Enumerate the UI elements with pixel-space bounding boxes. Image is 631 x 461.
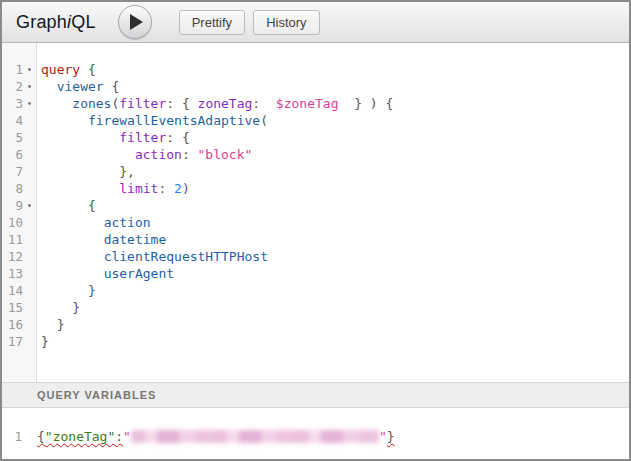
gutter-line: 7 bbox=[2, 163, 36, 180]
gutter-line: 9▾ bbox=[2, 197, 36, 214]
token-punc: : bbox=[182, 147, 190, 162]
token-str: " bbox=[123, 429, 131, 444]
redacted-zone-tag-value bbox=[131, 430, 379, 443]
code-line: filter: { bbox=[41, 129, 629, 146]
code-line: clientRequestHTTPHost bbox=[41, 248, 629, 265]
query-variables-header[interactable]: QUERY VARIABLES bbox=[2, 382, 629, 408]
token-punc: { bbox=[88, 198, 96, 213]
variables-code[interactable]: {"zoneTag":""} bbox=[30, 408, 629, 459]
line-number: 17 bbox=[2, 333, 23, 350]
code-line: { bbox=[41, 197, 629, 214]
line-number: 4 bbox=[2, 112, 23, 129]
code-line: }, bbox=[41, 163, 629, 180]
token-attr: zoneTag bbox=[198, 96, 253, 111]
line-number: 1 bbox=[2, 428, 22, 445]
token-punc: } bbox=[72, 300, 80, 315]
token-text bbox=[41, 232, 104, 247]
token-prop: viewer bbox=[57, 79, 104, 94]
line-number: 9 bbox=[2, 197, 23, 214]
gutter-line: 2▾ bbox=[2, 78, 36, 95]
token-prop: action bbox=[104, 215, 151, 230]
token-text bbox=[80, 62, 88, 77]
line-number: 16 bbox=[2, 316, 23, 333]
token-text bbox=[41, 181, 119, 196]
token-num: 2 bbox=[174, 181, 182, 196]
code-line: zones(filter: { zoneTag: $zoneTag } ) { bbox=[41, 95, 629, 112]
fold-arrow-icon[interactable]: ▾ bbox=[23, 95, 36, 112]
token-text bbox=[41, 300, 72, 315]
token-str: "block" bbox=[198, 147, 253, 162]
line-number: 3 bbox=[2, 95, 23, 112]
code-line: viewer { bbox=[41, 78, 629, 95]
variables-gutter: 1 bbox=[2, 408, 30, 459]
gutter-line: 1▾ bbox=[2, 61, 36, 78]
fold-arrow-icon[interactable]: ▾ bbox=[23, 78, 36, 95]
execute-query-button[interactable] bbox=[118, 5, 152, 39]
token-kw: query bbox=[41, 62, 80, 77]
token-punc: { bbox=[182, 96, 190, 111]
token-var: $zoneTag bbox=[276, 96, 339, 111]
toolbar: GraphiQL Prettify History bbox=[2, 2, 629, 43]
graphiql-logo: GraphiQL bbox=[16, 12, 96, 33]
history-button[interactable]: History bbox=[253, 10, 319, 35]
token-text bbox=[41, 249, 104, 264]
variables-editor[interactable]: 1 {"zoneTag":""} bbox=[2, 408, 629, 459]
token-text bbox=[41, 96, 72, 111]
token-text bbox=[190, 96, 198, 111]
gutter-line: 5 bbox=[2, 129, 36, 146]
token-punc: { bbox=[88, 62, 96, 77]
token-text bbox=[41, 266, 104, 281]
token-prop: userAgent bbox=[104, 266, 174, 281]
token-punc: : bbox=[252, 96, 260, 111]
token-text bbox=[166, 181, 174, 196]
line-number: 8 bbox=[2, 180, 23, 197]
gutter-line: 10 bbox=[2, 214, 36, 231]
token-text bbox=[41, 283, 88, 298]
token-punc: } bbox=[57, 317, 65, 332]
token-text bbox=[41, 198, 88, 213]
token-str: " bbox=[379, 429, 387, 444]
token-attr: filter bbox=[119, 96, 166, 111]
token-text bbox=[41, 164, 119, 179]
line-number: 13 bbox=[2, 265, 23, 282]
logo-text-ql: QL bbox=[71, 12, 95, 32]
token-attr: action bbox=[135, 147, 182, 162]
token-punc: } bbox=[354, 96, 362, 111]
token-punc: : bbox=[166, 96, 174, 111]
gutter-line: 4 bbox=[2, 112, 36, 129]
code-line: datetime bbox=[41, 231, 629, 248]
code-line: } bbox=[41, 333, 629, 350]
code-line: firewallEventsAdaptive( bbox=[41, 112, 629, 129]
token-attr: limit bbox=[119, 181, 158, 196]
line-number: 12 bbox=[2, 248, 23, 265]
token-prop: clientRequestHTTPHost bbox=[104, 249, 268, 264]
code-line: } bbox=[41, 299, 629, 316]
token-punc: { bbox=[111, 79, 119, 94]
line-number: 14 bbox=[2, 282, 23, 299]
prettify-button[interactable]: Prettify bbox=[179, 10, 245, 35]
fold-arrow-icon[interactable]: ▾ bbox=[23, 197, 36, 214]
code-line: } bbox=[41, 282, 629, 299]
token-text bbox=[41, 147, 135, 162]
code-line: userAgent bbox=[41, 265, 629, 282]
token-attr: filter bbox=[119, 130, 166, 145]
query-editor[interactable]: 1▾2▾3▾456789▾1011121314151617 query { vi… bbox=[2, 43, 629, 382]
token-text bbox=[190, 147, 198, 162]
token-prop: datetime bbox=[104, 232, 167, 247]
code-line: action bbox=[41, 214, 629, 231]
line-number: 10 bbox=[2, 214, 23, 231]
fold-arrow-icon[interactable]: ▾ bbox=[23, 61, 36, 78]
gutter-line: 13 bbox=[2, 265, 36, 282]
token-punc: }, bbox=[119, 164, 135, 179]
query-variables-title: QUERY VARIABLES bbox=[37, 389, 156, 401]
line-number: 6 bbox=[2, 146, 23, 163]
code-line: action: "block" bbox=[41, 146, 629, 163]
gutter-line: 6 bbox=[2, 146, 36, 163]
token-text bbox=[41, 79, 57, 94]
query-code[interactable]: query { viewer { zones(filter: { zoneTag… bbox=[37, 43, 629, 382]
token-prop: firewallEventsAdaptive bbox=[88, 113, 260, 128]
gutter-line: 16 bbox=[2, 316, 36, 333]
line-number: 11 bbox=[2, 231, 23, 248]
code-line: query { bbox=[41, 61, 629, 78]
token-punc: : bbox=[115, 429, 123, 444]
